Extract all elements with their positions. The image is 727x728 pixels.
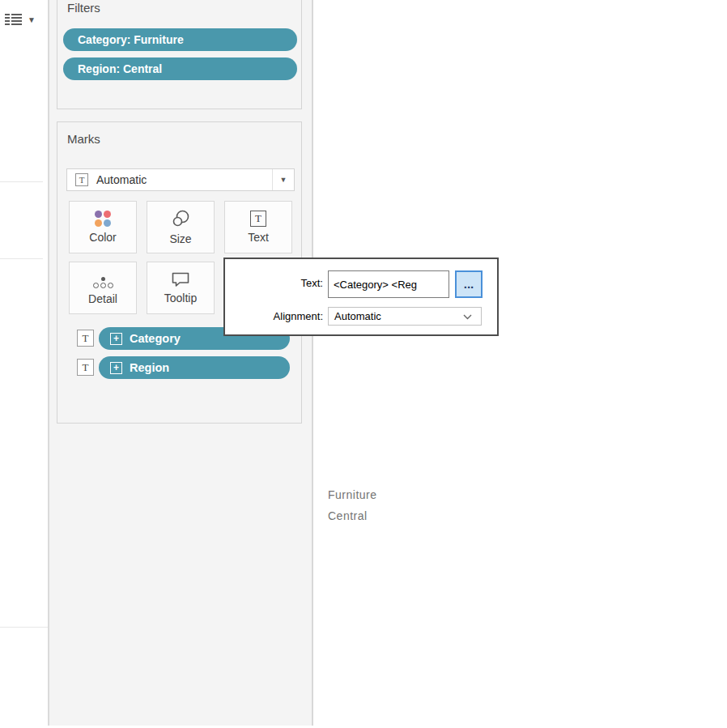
tableau-workspace: ▼ Filters Category: Furniture Region: Ce…	[0, 0, 727, 728]
data-grid-icon-column	[11, 14, 22, 26]
shelf-pill-region[interactable]: + Region	[99, 356, 290, 379]
text-mark-icon: T	[75, 173, 88, 186]
color-dot	[104, 219, 111, 227]
canvas-text-line-category: Furniture	[328, 484, 377, 505]
filters-title: Filters	[67, 1, 100, 15]
canvas-text-line-region: Central	[328, 505, 377, 526]
expand-plus-icon[interactable]: +	[110, 362, 122, 374]
chevron-down-icon	[463, 314, 472, 320]
color-button[interactable]: Color	[69, 201, 137, 253]
mark-type-dropdown[interactable]: T Automatic ▼	[66, 168, 295, 191]
chevron-down-icon[interactable]: ▼	[272, 169, 294, 190]
filter-pill-region[interactable]: Region: Central	[63, 57, 297, 80]
text-icon: T	[250, 211, 266, 227]
tooltip-button-label: Tooltip	[164, 292, 197, 304]
data-grid-icon[interactable]	[5, 14, 23, 26]
edit-text-more-button[interactable]: ...	[455, 270, 483, 298]
filter-pill-category[interactable]: Category: Furniture	[63, 28, 297, 51]
text-value-input[interactable]	[328, 270, 449, 298]
tooltip-icon	[171, 271, 190, 287]
text-options-popup: Text: ... Alignment: Automatic	[223, 258, 499, 336]
canvas-text-mark[interactable]: Furniture Central	[328, 484, 377, 526]
alignment-dropdown[interactable]: Automatic	[328, 307, 482, 326]
field-mark-type-icon-region[interactable]: T	[77, 359, 94, 376]
text-button[interactable]: T Text	[224, 201, 292, 253]
rail-dropdown-caret-icon[interactable]: ▼	[28, 15, 36, 24]
text-button-label: Text	[248, 231, 269, 244]
tooltip-button[interactable]: Tooltip	[147, 262, 215, 314]
detail-icon	[93, 270, 113, 288]
text-field-label: Text:	[225, 277, 323, 289]
size-button[interactable]: Size	[147, 201, 215, 253]
mark-type-selected: Automatic	[96, 173, 147, 186]
marks-title: Marks	[67, 132, 100, 146]
left-rail-divider	[0, 627, 48, 628]
alignment-selected-value: Automatic	[334, 310, 381, 322]
detail-icon-rings	[93, 283, 113, 288]
detail-button[interactable]: Detail	[69, 262, 137, 314]
color-dot	[104, 211, 111, 218]
filters-card: Filters Category: Furniture Region: Cent…	[57, 0, 302, 109]
left-rail-divider	[0, 181, 43, 182]
detail-icon-dot	[101, 277, 105, 281]
field-mark-type-icon-category[interactable]: T	[77, 330, 94, 347]
expand-plus-icon[interactable]: +	[110, 333, 122, 345]
alignment-field-label: Alignment:	[225, 310, 323, 322]
size-button-label: Size	[169, 232, 191, 245]
data-grid-icon-column	[5, 14, 10, 26]
shelf-pill-label: Category	[130, 332, 181, 345]
shelf-pill-label: Region	[130, 361, 169, 374]
color-icon	[95, 211, 111, 227]
detail-button-label: Detail	[88, 292, 117, 305]
size-icon	[171, 209, 190, 228]
canvas-divider	[312, 0, 313, 726]
left-rail-divider	[0, 258, 43, 259]
color-button-label: Color	[89, 231, 116, 244]
color-dot	[95, 211, 102, 218]
color-dot	[95, 219, 102, 227]
